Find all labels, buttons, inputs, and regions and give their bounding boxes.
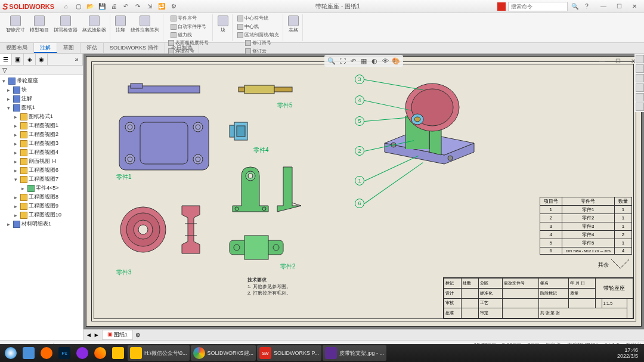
part3-section-view[interactable] [176, 206, 206, 253]
taskbar-item[interactable] [20, 345, 37, 361]
doc-maximize[interactable]: ☐ [611, 56, 625, 66]
prev-view-icon[interactable]: ↶ [348, 56, 358, 66]
tab-evaluate[interactable]: 评估 [80, 43, 104, 53]
print-icon[interactable]: 🖨 [109, 2, 119, 11]
taskbar-item[interactable]: Ps [56, 345, 73, 361]
part2-front-view[interactable] [230, 164, 271, 218]
close-button[interactable]: ✕ [627, 2, 642, 11]
undo-icon[interactable]: ↶ [121, 2, 131, 11]
section-icon[interactable]: ▦ [359, 56, 369, 66]
home-icon[interactable]: ⌂ [61, 2, 71, 11]
zoom-area-icon[interactable]: ⛶ [338, 56, 347, 66]
doc-close[interactable]: ✕ [626, 56, 640, 66]
part1-front-view[interactable] [119, 116, 209, 170]
centerline-button[interactable]: 中心线 [236, 23, 280, 30]
options-icon[interactable]: ⚙ [169, 2, 178, 11]
file-explorer-tab[interactable] [636, 74, 644, 82]
taskbar-imageviewer[interactable]: 皮带轮支架.jpg - ... [323, 345, 386, 361]
tab-view-layout[interactable]: 视图布局 [0, 43, 34, 53]
taskbar-item[interactable] [110, 345, 126, 361]
add-sheet-button[interactable]: ⊕ [135, 332, 140, 338]
tree-item[interactable]: ▸工程图视图2 [1, 130, 82, 139]
linear-pattern-button[interactable]: 线性注释阵列 [129, 14, 160, 35]
taskbar-item[interactable] [38, 345, 55, 361]
tree-item[interactable]: ▸注解 [1, 94, 82, 103]
tree-item[interactable]: ▸工程图视图1 [1, 121, 82, 130]
model-items-button[interactable]: 模型项目 [29, 14, 50, 35]
zoom-fit-icon[interactable]: 🔍 [327, 56, 336, 66]
sheet-nav[interactable]: ◄ ► [86, 332, 100, 338]
appearances-tab[interactable] [636, 93, 644, 101]
sidebar-collapse[interactable]: » [71, 54, 83, 65]
tree-item[interactable]: ▾图纸1 [1, 103, 82, 112]
bom-overflow[interactable]: 其余 [598, 259, 629, 270]
appearance-icon[interactable]: 🎨 [391, 56, 401, 66]
tab-addins[interactable]: SOLIDWORKS 插件 [104, 43, 165, 53]
block-button[interactable]: 块 [216, 14, 230, 35]
tree-root[interactable]: ▾带轮座座 [1, 76, 82, 85]
search-icon[interactable]: 🔍 [570, 2, 580, 11]
tree-item[interactable]: ▸块 [1, 85, 82, 94]
minimize-button[interactable]: — [596, 2, 611, 11]
tree-filter[interactable]: ▽ [0, 66, 83, 75]
area-hatch-button[interactable]: 区域剖面线/填充 [236, 31, 280, 39]
part1-top-view[interactable] [128, 83, 200, 95]
auto-balloon-button[interactable]: 自动零件序号 [169, 23, 208, 30]
balloon-2[interactable]: 2 [355, 146, 364, 156]
balloon-1[interactable]: 1 [355, 176, 364, 185]
tree-item[interactable]: ▸材料明细表1 [1, 219, 82, 228]
part3-front-view[interactable] [119, 206, 167, 253]
balloon-5[interactable]: 5 [355, 116, 364, 126]
tree-item[interactable]: ▸工程图视图10 [1, 211, 82, 219]
part5-view[interactable] [239, 83, 292, 95]
balloon-4[interactable]: 4 [355, 95, 364, 105]
system-tray-clock[interactable]: 17:462022/3/5 [614, 347, 642, 359]
drawing-sheet[interactable]: 零件5 零件1 零件4 [86, 56, 642, 327]
tree-item[interactable]: ▸零件4<5> [1, 184, 82, 193]
taskbar-chrome[interactable]: SOLIDWORKS建... [191, 345, 256, 361]
view-palette-tab[interactable] [636, 83, 644, 92]
tree-item[interactable]: ▸工程图视图3 [1, 139, 82, 148]
assembly-iso-view[interactable] [373, 75, 480, 176]
balloon-6[interactable]: 6 [355, 199, 364, 208]
property-tab[interactable]: ▣ [12, 54, 24, 65]
save-icon[interactable]: 💾 [97, 2, 107, 11]
tab-sketch[interactable]: 草图 [57, 43, 80, 53]
bom-table[interactable]: 项目号零件号数量 1零件11 2零件21 3零件31 4零件42 5零件51 6… [540, 197, 632, 255]
config-tab[interactable]: ◈ [24, 54, 36, 65]
taskbar-explorer[interactable]: H:\微信公众号\0... [128, 345, 190, 361]
select-icon[interactable]: ⇲ [145, 2, 154, 11]
table-button[interactable]: 表格 [287, 14, 300, 35]
center-mark-button[interactable]: 中心符号线 [236, 14, 280, 22]
title-block[interactable]: 标记处数分区更改文件号签名年 月 日 带轮座座 设计标准化阶段标记质量 审核工艺… [443, 277, 634, 319]
help-icon[interactable]: ? [582, 2, 592, 11]
balloon-button[interactable]: 零件序号 [169, 14, 208, 22]
sheet-tab-1[interactable]: ▣ 图纸1 [102, 330, 134, 340]
tree-item[interactable]: ▾工程图视图7 [1, 175, 82, 184]
magnetic-line-button[interactable]: 磁力线 [169, 31, 208, 39]
hide-show-icon[interactable]: 👁 [380, 56, 390, 66]
tree-item[interactable]: ▸工程图视图9 [1, 202, 82, 211]
graphics-area[interactable]: 🔍 ⛶ ↶ ▦ ◐ 👁 🎨 — ☐ ✕ 零件 [83, 54, 644, 340]
maximize-button[interactable]: ☐ [612, 2, 626, 11]
rebuild-icon[interactable]: 🔁 [157, 2, 166, 11]
tab-annotation[interactable]: 注解 [34, 43, 57, 53]
display-tab[interactable]: ◉ [36, 54, 48, 65]
part2-top-view[interactable] [230, 236, 283, 259]
balloon-3[interactable]: 3 [355, 75, 364, 84]
search-input[interactable] [508, 2, 568, 11]
taskbar-item[interactable] [92, 345, 109, 361]
taskbar-item[interactable] [74, 345, 91, 361]
part2-side-view[interactable] [277, 164, 301, 218]
taskbar-solidworks[interactable]: SWSOLIDWORKS P... [257, 345, 321, 361]
doc-minimize[interactable]: — [595, 56, 609, 66]
smart-dimension-button[interactable]: 智能尺寸 [5, 14, 26, 35]
tree-item[interactable]: ▸工程图视图6 [1, 166, 82, 175]
spell-check-button[interactable]: 拼写检查器 [52, 14, 79, 35]
tree-item[interactable]: ▸工程图视图8 [1, 193, 82, 202]
format-painter-button[interactable]: 格式涂刷器 [81, 14, 107, 35]
tree-item[interactable]: ▸图纸格式1 [1, 112, 82, 121]
start-button[interactable] [2, 345, 19, 361]
part4-view[interactable] [230, 122, 247, 140]
open-icon[interactable]: 📂 [85, 2, 95, 11]
